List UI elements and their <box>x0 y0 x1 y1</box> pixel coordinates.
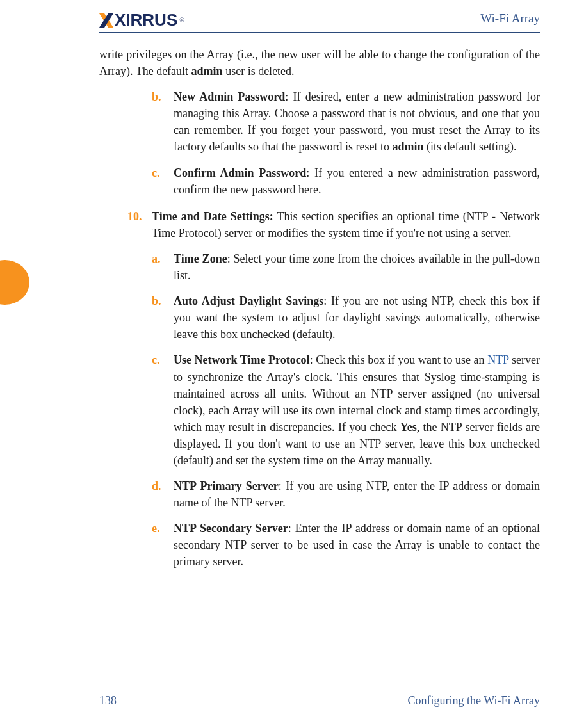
body-text: write privileges on the Array (i.e., the… <box>99 46 540 570</box>
list-marker: d. <box>152 478 170 494</box>
doc-title: Wi-Fi Array <box>480 12 540 26</box>
list-marker: c. <box>152 352 170 368</box>
item-term: Time Zone <box>174 252 227 265</box>
footer-section: Configuring the Wi-Fi Array <box>408 694 540 708</box>
brand-registered: ® <box>179 17 184 24</box>
text: (its default setting). <box>423 140 516 153</box>
bold-term: Yes <box>400 421 417 433</box>
item-term: New Admin Password <box>174 90 285 103</box>
list-subitem-c: c. Confirm Admin Password: If you entere… <box>152 165 540 198</box>
list-marker: b. <box>152 293 170 309</box>
list-subitem-10c: c. Use Network Time Protocol: Check this… <box>152 352 540 469</box>
text: user is deleted. <box>223 65 295 77</box>
page-footer: 138 Configuring the Wi-Fi Array <box>99 690 540 708</box>
list-subitem-10e: e. NTP Secondary Server: Enter the IP ad… <box>152 520 540 570</box>
list-marker: e. <box>152 520 170 537</box>
continuation-paragraph: write privileges on the Array (i.e., the… <box>99 46 540 79</box>
list-marker: 10. <box>127 208 142 225</box>
list-subitem-10d: d. NTP Primary Server: If you are using … <box>152 478 540 511</box>
item-term: Auto Adjust Daylight Savings <box>174 295 323 307</box>
page: XIRRUS ® Wi-Fi Array write privileges on… <box>0 0 577 728</box>
list-subitem-b: b. New Admin Password: If desired, enter… <box>152 88 540 155</box>
list-marker: b. <box>152 88 170 105</box>
ntp-link[interactable]: NTP <box>487 353 508 366</box>
page-number: 138 <box>99 694 117 708</box>
page-header: XIRRUS ® Wi-Fi Array <box>0 0 577 42</box>
text: : Check this box if you want to use an <box>310 353 488 366</box>
item-term: Time and Date Settings: <box>152 210 273 223</box>
item-term: Use Network Time Protocol <box>174 353 310 366</box>
bold-term: admin <box>392 140 423 153</box>
header-rule <box>99 32 540 33</box>
list-subitem-10a: a. Time Zone: Select your time zone from… <box>152 250 540 284</box>
list-subitem-10b: b. Auto Adjust Daylight Savings: If you … <box>152 293 540 343</box>
brand-logo: XIRRUS ® <box>99 10 184 30</box>
item-term: Confirm Admin Password <box>174 166 306 179</box>
brand-name: XIRRUS <box>115 10 177 30</box>
footer-rule <box>99 690 540 690</box>
item-term: NTP Primary Server <box>174 480 279 492</box>
list-marker: c. <box>152 165 170 181</box>
bold-term: admin <box>191 65 223 77</box>
text: write privileges on the Array (i.e., the… <box>99 48 540 77</box>
text: : Select your time zone from the choices… <box>174 252 540 282</box>
footer-row: 138 Configuring the Wi-Fi Array <box>99 694 540 708</box>
item-term: NTP Secondary Server <box>174 522 288 535</box>
section-tab-icon <box>0 260 29 305</box>
brand-mark-icon <box>99 13 113 28</box>
list-marker: a. <box>152 250 170 267</box>
list-item-10: 10. Time and Date Settings: This section… <box>127 208 540 241</box>
